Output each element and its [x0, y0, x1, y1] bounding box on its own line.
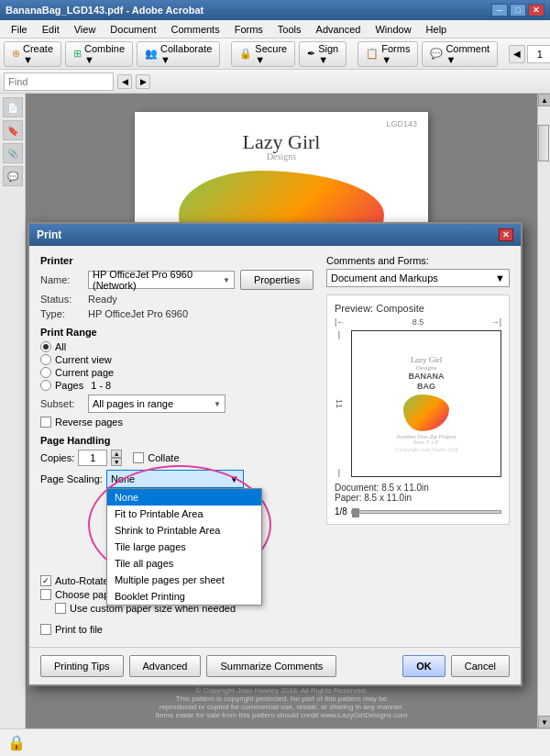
page-number-input[interactable]	[527, 45, 550, 63]
reverse-pages-checkbox[interactable]	[40, 417, 51, 428]
menu-file[interactable]: File	[4, 22, 35, 37]
print-to-file-checkbox[interactable]	[40, 624, 51, 635]
current-view-radio-row: Current view	[40, 354, 315, 365]
subset-label: Subset:	[40, 398, 88, 409]
dialog-left-column: Printer Name: HP OfficeJet Pro 6960 (Net…	[40, 255, 315, 638]
copies-label: Copies:	[40, 452, 74, 463]
scaling-option-tile-large[interactable]: Tile large pages	[107, 539, 261, 555]
print-to-file-row: Print to file	[40, 624, 315, 635]
lock-icon: 🔒	[7, 734, 26, 751]
preview-container: Preview: Composite |← 8.5 →| | 11	[326, 295, 510, 525]
menu-bar: File Edit View Document Comments Forms T…	[0, 20, 550, 39]
scaling-option-multiple[interactable]: Multiple pages per sheet	[107, 572, 261, 588]
status-label: Status:	[40, 294, 88, 305]
slider-track[interactable]	[351, 510, 501, 514]
document-size: Document: 8.5 x 11.0in	[335, 483, 501, 493]
collate-checkbox[interactable]	[133, 452, 144, 463]
choose-paper-checkbox[interactable]	[40, 589, 51, 600]
scaling-select[interactable]: None ▼	[106, 470, 244, 488]
name-label: Name:	[40, 274, 88, 285]
menu-tools[interactable]: Tools	[270, 22, 309, 37]
menu-comments[interactable]: Comments	[164, 22, 227, 37]
ok-button[interactable]: OK	[402, 655, 446, 677]
cancel-button[interactable]: Cancel	[451, 655, 510, 677]
menu-window[interactable]: Window	[368, 22, 418, 37]
printer-name-arrow: ▼	[223, 276, 230, 284]
navigation-controls: ◀ / 8 ▶	[509, 43, 550, 65]
copies-down-arrow[interactable]: ▼	[111, 458, 122, 466]
comments-forms-section: Comments and Forms: Document and Markups…	[326, 255, 510, 287]
preview-title: BANANABAG	[409, 372, 445, 392]
comment-button[interactable]: 💬 Comment ▼	[422, 41, 498, 67]
ruler-h-value: 8.5	[345, 317, 490, 327]
forms-button[interactable]: 📋 Forms ▼	[358, 41, 418, 67]
copies-up-arrow[interactable]: ▲	[111, 450, 122, 458]
all-radio[interactable]	[40, 341, 51, 352]
menu-edit[interactable]: Edit	[35, 22, 67, 37]
spacer2	[40, 617, 315, 624]
scaling-arrow: ▼	[229, 473, 239, 484]
copies-input[interactable]	[78, 450, 107, 466]
preview-copyright: © Copyright Joan Hawley 2018	[395, 447, 458, 452]
horizontal-ruler: |← 8.5 →|	[335, 317, 501, 327]
type-label: Type:	[40, 308, 88, 319]
copies-row: Copies: ▲ ▼ Collate	[40, 450, 315, 466]
main-area: 📄 🔖 📎 💬 LGD143 Lazy Girl Designs BANANAB…	[0, 94, 550, 728]
printer-type-row: Type: HP OfficeJet Pro 6960	[40, 308, 315, 319]
summarize-comments-button[interactable]: Summarize Comments	[206, 655, 336, 677]
secure-button[interactable]: 🔒 Secure ▼	[231, 41, 295, 67]
combine-button[interactable]: ⊞ Combine ▼	[65, 41, 133, 67]
type-value: HP OfficeJet Pro 6960	[88, 308, 188, 319]
menu-forms[interactable]: Forms	[227, 22, 270, 37]
dialog-close-button[interactable]: ✕	[499, 228, 513, 241]
subset-row: Subset: All pages in range ▼	[40, 395, 315, 413]
create-button[interactable]: ⊕ Create ▼	[4, 41, 61, 67]
current-view-radio[interactable]	[40, 354, 51, 365]
scaling-option-fit[interactable]: Fit to Printable Area	[107, 506, 261, 522]
scaling-value: None	[111, 473, 135, 484]
scaling-option-tile-all[interactable]: Tile all pages	[107, 555, 261, 572]
scaling-option-booklet[interactable]: Booklet Printing	[107, 588, 261, 605]
menu-view[interactable]: View	[67, 22, 104, 37]
dialog-titlebar: Print ✕	[29, 224, 521, 246]
auto-rotate-checkbox[interactable]	[40, 575, 51, 586]
prev-page-button[interactable]: ◀	[509, 45, 525, 63]
printer-name-value: HP OfficeJet Pro 6960 (Network)	[93, 269, 223, 291]
current-view-label: Current view	[55, 354, 112, 365]
preview-logo: Lazy Girl	[411, 355, 443, 364]
scaling-option-shrink[interactable]: Shrink to Printable Area	[107, 522, 261, 539]
pages-radio[interactable]	[40, 380, 51, 391]
dialog-title: Print	[37, 228, 499, 241]
scaling-dropdown-menu: None Fit to Printable Area Shrink to Pri…	[106, 488, 262, 606]
subset-select[interactable]: All pages in range ▼	[88, 395, 226, 413]
comments-forms-label: Comments and Forms:	[326, 255, 510, 266]
menu-advanced[interactable]: Advanced	[309, 22, 368, 37]
status-value: Ready	[88, 294, 117, 305]
collaborate-button[interactable]: 👥 Collaborate ▼	[137, 41, 220, 67]
find-prev-button[interactable]: ◀	[117, 74, 132, 89]
advanced-button[interactable]: Advanced	[129, 655, 202, 677]
printing-tips-button[interactable]: Printing Tips	[40, 655, 124, 677]
page-indicator: 1/8	[335, 506, 347, 517]
current-page-radio[interactable]	[40, 367, 51, 378]
scaling-row: Page Scaling: None ▼ None Fit to Printab…	[40, 470, 315, 488]
menu-help[interactable]: Help	[419, 22, 455, 37]
find-next-button[interactable]: ▶	[136, 74, 150, 89]
menu-document[interactable]: Document	[103, 22, 163, 37]
comments-forms-arrow: ▼	[495, 272, 505, 284]
current-page-label: Current page	[55, 367, 114, 378]
properties-button[interactable]: Properties	[240, 270, 314, 290]
slider-thumb[interactable]	[352, 508, 359, 517]
close-window-button[interactable]: ✕	[528, 4, 544, 17]
comments-forms-select[interactable]: Document and Markups ▼	[326, 269, 510, 287]
scaling-option-none[interactable]: None	[107, 489, 261, 506]
all-label: All	[55, 341, 66, 352]
minimize-button[interactable]: ─	[491, 4, 508, 17]
sign-button[interactable]: ✒ Sign ▼	[299, 41, 346, 67]
maximize-button[interactable]: □	[510, 4, 526, 17]
print-dialog: Print ✕ Printer Name: HP OfficeJet Pro 6…	[28, 222, 522, 686]
printer-name-select[interactable]: HP OfficeJet Pro 6960 (Network) ▼	[88, 271, 235, 289]
use-custom-checkbox[interactable]	[55, 603, 66, 614]
find-input[interactable]	[4, 72, 114, 91]
page-slider: 1/8	[335, 506, 501, 517]
